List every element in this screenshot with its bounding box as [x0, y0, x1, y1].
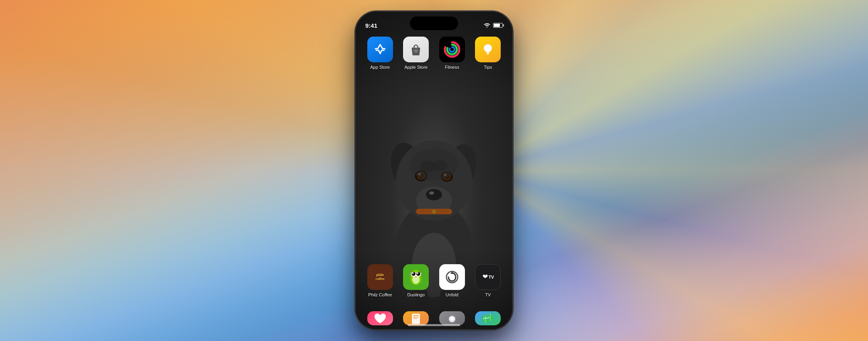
appletv-label: TV	[485, 292, 491, 297]
health-icon[interactable]	[367, 311, 393, 325]
status-right-icons	[483, 23, 503, 28]
appletv-logo: TV	[482, 274, 494, 281]
top-app-row: App Store	[356, 37, 512, 70]
tips-icon[interactable]	[475, 37, 501, 62]
bottom-app-row: philzcoffee Philz Coffee	[356, 264, 512, 297]
applestore-icon[interactable]	[403, 37, 429, 62]
svg-rect-46	[413, 318, 417, 319]
status-time: 9:41	[365, 22, 377, 29]
svg-point-7	[429, 191, 434, 195]
app-item-appletv[interactable]: TV TV	[472, 264, 504, 297]
svg-point-6	[426, 189, 442, 200]
partial-app-row	[356, 311, 512, 325]
unfold-icon[interactable]	[439, 264, 465, 290]
duolingo-owl-svg	[407, 268, 425, 286]
phone-screen: 9:41 15m	[356, 12, 512, 329]
health-svg	[374, 313, 387, 324]
phone-container: 9:41 15m	[356, 12, 512, 329]
app-item-applestore[interactable]: Apple Store	[400, 37, 432, 70]
svg-rect-44	[413, 315, 419, 316]
tips-svg	[480, 41, 496, 58]
svg-rect-30	[486, 52, 489, 53]
settings-svg	[446, 313, 459, 324]
svg-point-27	[447, 45, 457, 54]
pages-icon[interactable]	[403, 311, 429, 325]
app-item-unfold[interactable]: Unfold	[436, 264, 468, 297]
app-item-duolingo[interactable]: Duolingo	[400, 264, 432, 297]
app-item-philz[interactable]: philzcoffee Philz Coffee	[364, 264, 396, 297]
applestore-svg	[409, 42, 423, 57]
appstore-icon[interactable]	[367, 37, 393, 62]
svg-point-28	[450, 47, 454, 52]
app-item-pages[interactable]	[400, 311, 432, 325]
maps-svg	[481, 313, 494, 324]
app-item-health[interactable]	[364, 311, 396, 325]
dynamic-island	[410, 16, 458, 30]
philz-label: Philz Coffee	[368, 292, 392, 297]
battery-icon	[493, 23, 503, 28]
app-item-fitness[interactable]: Fitness	[436, 37, 468, 70]
wifi-icon	[483, 23, 491, 28]
app-item-appstore[interactable]: App Store	[364, 37, 396, 70]
home-indicator	[408, 324, 460, 326]
tips-label: Tips	[484, 65, 492, 70]
settings-icon[interactable]	[439, 311, 465, 325]
phone-frame: 9:41 15m	[356, 12, 512, 329]
unfold-label: Unfold	[446, 292, 459, 297]
svg-point-18	[432, 210, 436, 214]
fitness-icon[interactable]	[439, 37, 465, 62]
unfold-svg	[444, 269, 460, 285]
fitness-svg	[442, 40, 462, 59]
appletv-icon[interactable]: TV	[475, 264, 501, 290]
app-item-maps[interactable]	[472, 311, 504, 325]
pages-svg	[409, 313, 422, 324]
applestore-label: Apple Store	[405, 65, 428, 70]
duolingo-icon[interactable]	[403, 264, 429, 290]
fitness-label: Fitness	[445, 65, 459, 70]
philz-icon[interactable]: philzcoffee	[367, 264, 393, 290]
svg-point-39	[412, 272, 414, 274]
app-item-settings[interactable]	[436, 311, 468, 325]
maps-icon[interactable]	[475, 311, 501, 325]
svg-point-22	[433, 160, 447, 171]
appstore-label: App Store	[370, 65, 390, 70]
svg-rect-45	[413, 317, 419, 318]
svg-rect-31	[487, 53, 489, 55]
battery-fill	[494, 24, 500, 27]
duolingo-label: Duolingo	[407, 292, 425, 297]
appstore-svg	[372, 41, 388, 58]
philz-text-logo: philzcoffee	[376, 273, 385, 281]
app-item-tips[interactable]: Tips	[472, 37, 504, 70]
